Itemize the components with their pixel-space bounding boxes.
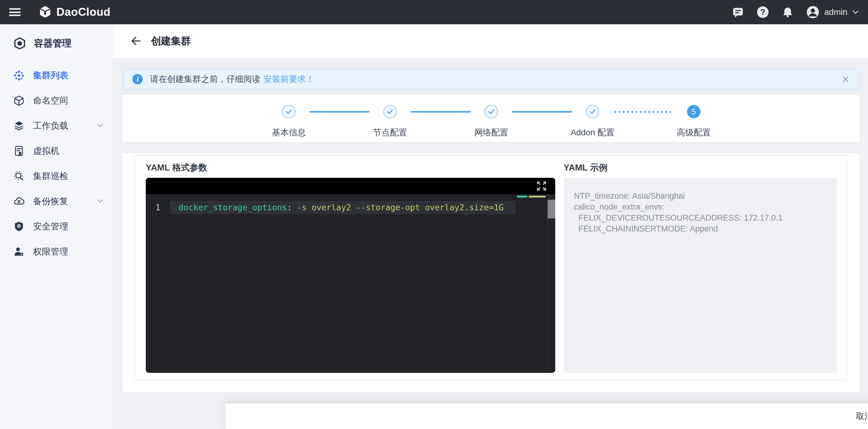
editor-scrollbar: [547, 194, 555, 373]
chevron-down-icon: [852, 10, 859, 14]
step-node-config[interactable]: 节点配置: [372, 105, 408, 138]
user-gear-icon: [13, 246, 25, 257]
username: admin: [824, 7, 847, 17]
cluster-list-icon: [13, 70, 25, 81]
stepper: 基本信息 节点配置 网络配置: [123, 95, 860, 142]
chevron-down-icon: [97, 199, 104, 204]
sidebar-item-cluster-list[interactable]: 集群列表: [0, 63, 113, 88]
line-number: 1: [146, 201, 170, 214]
step-advanced-config[interactable]: 5 高级配置: [676, 105, 712, 138]
back-arrow-icon: [130, 35, 141, 47]
avatar: [806, 5, 819, 19]
sidebar-title: 容器管理: [0, 24, 113, 62]
chevron-down-icon: [97, 123, 104, 128]
chat-icon[interactable]: [732, 6, 744, 19]
step-check-icon: [383, 105, 397, 118]
inspection-icon: [13, 171, 25, 182]
app: DaoCloud ?: [0, 0, 868, 429]
content: i 请在创建集群之前，仔细阅读 安装前要求！ 基本信息: [113, 58, 868, 403]
topbar-right: ? admin: [732, 5, 868, 19]
yaml-example-column: YAML 示例 NTP_timezone: Asia/Shanghai cali…: [564, 161, 837, 380]
step-connector: [309, 111, 369, 113]
banner-text: 请在创建集群之前，仔细阅读: [150, 74, 260, 85]
topbar: DaoCloud ?: [0, 0, 868, 24]
brand-name: DaoCloud: [56, 6, 111, 19]
sidebar-item-backup-restore[interactable]: 备份恢复: [0, 189, 113, 214]
editor-scrollbar-thumb[interactable]: [548, 200, 555, 219]
step-addon-config[interactable]: Addon 配置: [574, 105, 611, 138]
sidebar-item-vm[interactable]: 虚拟机: [0, 138, 113, 164]
step-connector: [512, 111, 572, 113]
banner-close-icon[interactable]: [841, 75, 850, 84]
code-area[interactable]: 1 docker_storage_options: -s overlay2 --…: [146, 194, 555, 373]
editor-minimap[interactable]: [517, 196, 546, 198]
namespace-icon: [13, 95, 25, 106]
sidebar-item-permissions[interactable]: 权限管理: [0, 239, 113, 264]
step-check-icon: [282, 105, 296, 118]
hamburger-menu-icon[interactable]: [9, 8, 21, 16]
step-check-icon: [586, 105, 599, 118]
brand: DaoCloud: [38, 5, 111, 19]
code-line-text: docker_storage_options: -s overlay2 --st…: [170, 201, 516, 214]
editor-toolbar: [146, 178, 555, 194]
example-line: calico_node_extra_envs:: [574, 201, 827, 212]
yaml-editor-column: YAML 格式参数 1: [146, 161, 555, 380]
user-menu[interactable]: admin: [806, 5, 859, 19]
yaml-section: YAML 格式参数 1: [134, 155, 848, 380]
yaml-example-box: NTP_timezone: Asia/Shanghai calico_node_…: [564, 178, 837, 373]
cancel-button[interactable]: 取消: [853, 407, 868, 425]
notifications-bell-icon[interactable]: [781, 6, 794, 19]
step-check-icon: [485, 105, 498, 118]
yaml-example-title: YAML 示例: [564, 161, 837, 175]
daocloud-logo-icon: [38, 5, 52, 19]
pre-install-requirements-link[interactable]: 安装前要求！: [264, 74, 314, 85]
page-header: 创建集群: [113, 24, 868, 58]
info-banner: i 请在创建集群之前，仔细阅读 安装前要求！: [123, 68, 860, 90]
page-title: 创建集群: [151, 34, 191, 48]
sidebar-item-cluster-inspection[interactable]: 集群巡检: [0, 164, 113, 189]
info-icon: i: [132, 74, 143, 84]
back-button[interactable]: [130, 35, 141, 47]
footer-actions: 取消 上一步 确定: [225, 403, 868, 429]
fullscreen-icon[interactable]: [536, 180, 547, 192]
step-basic-info[interactable]: 基本信息: [271, 105, 307, 138]
help-icon[interactable]: ?: [756, 6, 769, 19]
sidebar-item-workload[interactable]: 工作负载: [0, 113, 113, 138]
virtual-machine-icon: [13, 145, 25, 156]
shield-icon: [13, 221, 25, 232]
example-line: NTP_timezone: Asia/Shanghai: [574, 191, 827, 201]
example-line: FELIX_CHAININSERTMODE: Append: [574, 223, 827, 234]
step-network-config[interactable]: 网络配置: [473, 105, 509, 138]
backup-icon: [13, 196, 25, 207]
form-card: YAML 格式参数 1: [123, 153, 860, 392]
sidebar-item-security[interactable]: 安全管理: [0, 214, 113, 239]
step-number-badge: 5: [687, 105, 701, 118]
code-line-1: 1 docker_storage_options: -s overlay2 --…: [146, 201, 555, 214]
example-line: FELIX_DEVICEROUTESOURCEADDRESS: 172.17.0…: [574, 212, 827, 223]
workload-icon: [13, 120, 25, 132]
step-connector-dotted: [613, 111, 673, 113]
yaml-params-title: YAML 格式参数: [146, 161, 555, 175]
container-management-icon: [13, 37, 26, 50]
yaml-code-editor: 1 docker_storage_options: -s overlay2 --…: [146, 178, 555, 373]
sidebar: 容器管理 集群列表 命名空间 工作负载: [0, 24, 113, 429]
sidebar-item-namespace[interactable]: 命名空间: [0, 88, 113, 113]
main-area: 创建集群 i 请在创建集群之前，仔细阅读 安装前要求！: [113, 24, 868, 429]
step-connector: [411, 111, 471, 113]
